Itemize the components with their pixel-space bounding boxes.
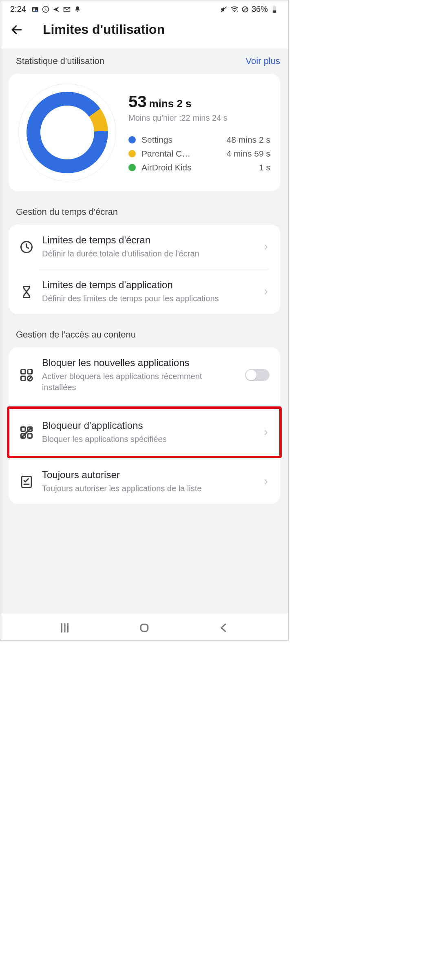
always-allow-row[interactable]: Toujours autoriser Toujours autoriser le… xyxy=(9,459,280,504)
usage-app-name: AirDroid Kids xyxy=(141,163,255,172)
content-access-card-bottom: Toujours autoriser Toujours autoriser le… xyxy=(9,459,280,504)
whatsapp-icon xyxy=(42,5,50,13)
svg-line-19 xyxy=(28,377,31,380)
svg-rect-26 xyxy=(22,476,31,487)
content-access-card: Bloquer les nouvelles applications Activ… xyxy=(9,347,280,405)
usage-app-time: 48 mins 2 s xyxy=(227,135,270,145)
app-blocker-row[interactable]: Bloqueur d'applications Bloquer les appl… xyxy=(8,408,281,457)
back-button[interactable] xyxy=(218,622,230,634)
chevron-right-icon xyxy=(262,243,270,251)
item-sub: Activer bloquera les applications récemm… xyxy=(42,371,237,393)
wifi-icon: + xyxy=(230,5,239,13)
svg-rect-17 xyxy=(21,376,26,381)
svg-point-7 xyxy=(234,11,235,12)
legend-dot xyxy=(128,164,136,171)
clock-icon xyxy=(19,240,34,254)
usage-app-row: Parental C…4 mins 59 s xyxy=(128,149,270,159)
legend-dot xyxy=(128,150,136,157)
item-sub: Bloquer les applications spécifiées xyxy=(42,434,254,445)
item-title: Bloqueur d'applications xyxy=(42,420,254,431)
item-sub: Toujours autoriser les applications de l… xyxy=(42,483,254,494)
svg-rect-3 xyxy=(35,10,37,11)
usage-app-row: AirDroid Kids1 s xyxy=(128,163,270,172)
svg-rect-13 xyxy=(273,10,276,13)
system-nav-bar xyxy=(0,614,288,640)
item-sub: Définir la durée totale d'utilisation de… xyxy=(42,248,254,259)
usage-app-row: Settings48 mins 2 s xyxy=(128,135,270,145)
usage-stats-card[interactable]: 53 mins 2 s Moins qu'hier :22 mins 24 s … xyxy=(9,74,280,191)
status-bar: 2:24 + 36% xyxy=(0,0,288,16)
usage-app-time: 1 s xyxy=(259,163,270,172)
usage-stats-label: Statistique d'utilisation xyxy=(16,56,104,66)
svg-point-1 xyxy=(33,8,35,10)
status-time: 2:24 xyxy=(10,4,26,14)
see-more-link[interactable]: Voir plus xyxy=(246,56,280,66)
chevron-right-icon xyxy=(262,429,270,436)
item-title: Toujours autoriser xyxy=(42,469,254,481)
app-bar: Limites d'utilisation xyxy=(0,16,288,49)
screen-time-limits-row[interactable]: Limites de temps d'écran Définir la duré… xyxy=(9,225,280,269)
svg-point-4 xyxy=(42,6,49,12)
svg-rect-31 xyxy=(141,624,148,631)
svg-rect-20 xyxy=(21,427,26,431)
usage-app-name: Parental C… xyxy=(141,149,223,159)
apps-block-icon xyxy=(19,368,34,382)
chevron-right-icon xyxy=(262,478,270,486)
content-access-section-label: Gestion de l'accès au contenu xyxy=(0,324,288,347)
apps-slash-icon xyxy=(19,425,34,440)
recents-button[interactable] xyxy=(59,622,71,634)
page-title: Limites d'utilisation xyxy=(43,22,165,37)
checklist-icon xyxy=(19,475,34,489)
item-title: Limites de temps d'écran xyxy=(42,234,254,246)
usage-app-time: 4 mins 59 s xyxy=(227,149,270,159)
legend-dot xyxy=(128,136,136,143)
screen-time-section-label: Gestion du temps d'écran xyxy=(0,201,288,225)
hourglass-icon xyxy=(19,285,34,299)
screen-time-card: Limites de temps d'écran Définir la duré… xyxy=(9,225,280,314)
usage-app-name: Settings xyxy=(141,135,223,145)
compare-text: Moins qu'hier :22 mins 24 s xyxy=(128,113,270,123)
item-title: Bloquer les nouvelles applications xyxy=(42,357,237,369)
item-title: Limites de temps d'application xyxy=(42,279,254,291)
usage-donut-chart xyxy=(18,84,116,181)
item-sub: Définir des limites de temps pour les ap… xyxy=(42,293,254,304)
app-blocker-highlight: Bloqueur d'applications Bloquer les appl… xyxy=(8,408,281,457)
svg-rect-16 xyxy=(28,370,32,374)
battery-percent: 36% xyxy=(252,4,268,14)
svg-rect-2 xyxy=(33,10,35,11)
gmail-icon xyxy=(63,5,71,13)
svg-rect-12 xyxy=(274,5,275,6)
svg-rect-23 xyxy=(28,434,32,438)
bell-icon xyxy=(73,5,82,13)
home-button[interactable] xyxy=(138,622,150,634)
battery-icon xyxy=(270,5,278,13)
svg-rect-15 xyxy=(21,370,26,374)
svg-line-10 xyxy=(243,7,247,11)
chevron-right-icon xyxy=(262,288,270,296)
back-arrow-icon[interactable] xyxy=(10,23,23,36)
send-icon xyxy=(52,5,60,13)
block-new-apps-toggle[interactable] xyxy=(245,369,270,381)
svg-text:+: + xyxy=(237,10,239,13)
app-time-limits-row[interactable]: Limites de temps d'application Définir d… xyxy=(9,269,280,314)
total-time: 53 mins 2 s xyxy=(128,93,270,111)
block-new-apps-row: Bloquer les nouvelles applications Activ… xyxy=(9,347,280,403)
mute-icon xyxy=(220,5,228,13)
contact-card-icon xyxy=(31,5,39,13)
do-not-disturb-icon xyxy=(241,5,249,13)
